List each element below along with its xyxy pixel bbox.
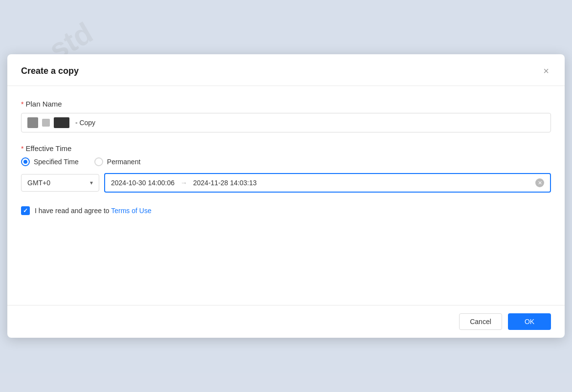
plan-name-input-wrapper[interactable]: [21, 113, 551, 132]
effective-time-label-text: Effective Time: [25, 144, 71, 152]
terms-row: ✓ I have read and agree to Terms of Use: [21, 206, 551, 215]
radio-specified-inner: [23, 160, 27, 164]
radio-specified-outer: [21, 157, 30, 166]
effective-time-section: * Effective Time Specified Time Permanen…: [21, 144, 551, 193]
arrow-right-icon: →: [180, 179, 187, 187]
dialog-footer: Cancel OK: [7, 305, 565, 338]
ok-button[interactable]: OK: [508, 313, 551, 330]
plan-icon-1: [27, 117, 38, 128]
plan-icon-3: [54, 117, 69, 128]
plan-name-label-text: Plan Name: [25, 100, 62, 108]
plan-icon-2: [42, 119, 50, 127]
cancel-button[interactable]: Cancel: [459, 313, 502, 330]
timezone-label: GMT+0: [27, 179, 86, 187]
chevron-down-icon: ▾: [90, 179, 93, 186]
radio-permanent-label: Permanent: [107, 158, 140, 166]
required-star-plan: *: [21, 100, 23, 108]
radio-group: Specified Time Permanent: [21, 157, 551, 166]
radio-specified-label: Specified Time: [34, 158, 79, 166]
dialog-body: * Plan Name * Effective Time: [7, 86, 565, 305]
required-star-time: *: [21, 145, 23, 152]
dialog-header: Create a copy ×: [7, 54, 565, 86]
checkbox-check-icon: ✓: [23, 207, 28, 214]
clear-date-button[interactable]: ✕: [535, 178, 544, 187]
plan-name-text: [73, 119, 545, 127]
close-button[interactable]: ×: [541, 64, 551, 78]
time-row: GMT+0 ▾ 2024-10-30 14:00:06 → 2024-11-28…: [21, 173, 551, 193]
effective-time-label: * Effective Time: [21, 144, 551, 152]
create-copy-dialog: Create a copy × * Plan Name *: [7, 54, 565, 338]
radio-permanent[interactable]: Permanent: [94, 157, 140, 166]
radio-specified-time[interactable]: Specified Time: [21, 157, 79, 166]
date-range-input[interactable]: 2024-10-30 14:00:06 → 2024-11-28 14:03:1…: [104, 173, 551, 193]
terms-link[interactable]: Terms of Use: [111, 207, 151, 215]
terms-checkbox[interactable]: ✓: [21, 206, 30, 215]
start-date-value: 2024-10-30 14:00:06: [111, 179, 175, 187]
plan-name-label: * Plan Name: [21, 100, 551, 108]
radio-permanent-outer: [94, 157, 103, 166]
terms-prefix: I have read and agree to: [35, 207, 111, 215]
dialog-overlay: std std std std Create a copy × * Plan N…: [0, 0, 572, 392]
timezone-select[interactable]: GMT+0 ▾: [21, 174, 99, 192]
dialog-title: Create a copy: [21, 66, 79, 76]
plan-name-input[interactable]: [73, 119, 545, 127]
end-date-value: 2024-11-28 14:03:13: [193, 179, 257, 187]
terms-text: I have read and agree to Terms of Use: [35, 207, 152, 215]
